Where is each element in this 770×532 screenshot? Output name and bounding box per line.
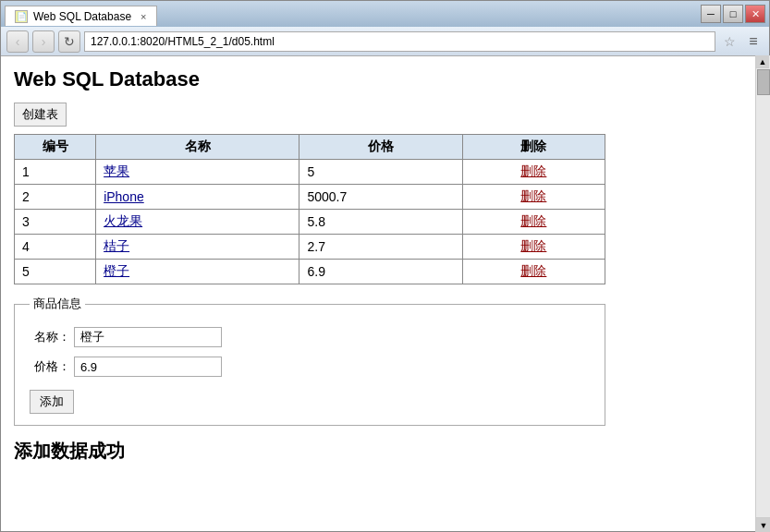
menu-icon[interactable]: ≡: [743, 31, 764, 52]
col-header-delete: 删除: [462, 135, 605, 160]
table-row: 1 苹果 5 删除: [15, 160, 605, 185]
price-input[interactable]: [74, 357, 222, 377]
form-legend: 商品信息: [30, 296, 85, 312]
name-row: 名称：: [30, 327, 590, 347]
address-bar[interactable]: [84, 31, 715, 52]
restore-button[interactable]: □: [723, 5, 743, 23]
name-label: 名称：: [30, 329, 70, 345]
forward-button[interactable]: ›: [32, 30, 55, 53]
cell-delete[interactable]: 删除: [462, 235, 605, 260]
goods-form: 商品信息 名称： 价格： 添加: [14, 296, 605, 426]
title-bar: 📄 Web SQL Database × ─ □ ✕: [1, 1, 769, 27]
cell-delete[interactable]: 删除: [462, 185, 605, 210]
browser-tab[interactable]: 📄 Web SQL Database ×: [5, 6, 157, 26]
minimize-button[interactable]: ─: [701, 5, 721, 23]
col-header-id: 编号: [15, 135, 96, 160]
name-input[interactable]: [74, 327, 222, 347]
back-button[interactable]: ‹: [6, 30, 29, 53]
data-table: 编号 名称 价格 删除 1 苹果 5 删除 2 iPhone 5000.7 删除…: [14, 134, 605, 284]
create-table-button[interactable]: 创建表: [14, 103, 67, 127]
cell-price: 5.8: [299, 210, 462, 235]
cell-price: 5: [299, 160, 462, 185]
cell-price: 2.7: [299, 235, 462, 260]
bookmark-icon[interactable]: ☆: [719, 31, 739, 52]
cell-name[interactable]: iPhone: [96, 185, 299, 210]
table-row: 3 火龙果 5.8 删除: [15, 210, 605, 235]
cell-id: 2: [15, 185, 96, 210]
close-button[interactable]: ✕: [745, 5, 765, 23]
cell-id: 1: [15, 160, 96, 185]
cell-id: 4: [15, 235, 96, 260]
cell-id: 3: [15, 210, 96, 235]
page-title: Web SQL Database: [14, 67, 743, 91]
window-controls: ─ □ ✕: [701, 5, 765, 23]
col-header-price: 价格: [299, 135, 462, 160]
table-row: 5 橙子 6.9 删除: [15, 260, 605, 284]
table-header-row: 编号 名称 价格 删除: [15, 135, 605, 160]
tab-icon: 📄: [15, 10, 28, 23]
price-label: 价格：: [30, 358, 70, 375]
tab-title: Web SQL Database: [33, 10, 131, 23]
cell-delete[interactable]: 删除: [462, 160, 605, 185]
cell-price: 5000.7: [299, 185, 462, 210]
tab-close-button[interactable]: ×: [141, 11, 146, 22]
table-row: 4 桔子 2.7 删除: [15, 235, 605, 260]
scroll-up-button[interactable]: ▲: [756, 56, 769, 68]
cell-delete[interactable]: 删除: [462, 210, 605, 235]
cell-name[interactable]: 桔子: [96, 235, 299, 260]
address-input[interactable]: [91, 35, 709, 48]
cell-id: 5: [15, 260, 96, 284]
success-message: 添加数据成功: [14, 439, 743, 464]
cell-delete[interactable]: 删除: [462, 260, 605, 284]
page-content: Web SQL Database 创建表 编号 名称 价格 删除 1 苹果 5 …: [1, 56, 769, 531]
price-row: 价格：: [30, 357, 590, 377]
navigation-bar: ‹ › ↻ ☆ ≡: [1, 27, 769, 56]
col-header-name: 名称: [96, 135, 299, 160]
scrollbar-track[interactable]: ▲ ▼: [755, 56, 769, 531]
cell-name[interactable]: 橙子: [96, 260, 299, 284]
cell-price: 6.9: [299, 260, 462, 284]
refresh-button[interactable]: ↻: [58, 30, 80, 53]
add-button[interactable]: 添加: [30, 390, 74, 414]
cell-name[interactable]: 火龙果: [96, 210, 299, 235]
cell-name[interactable]: 苹果: [96, 160, 299, 185]
scroll-thumb[interactable]: [757, 69, 769, 95]
scroll-down-button[interactable]: ▼: [756, 517, 769, 531]
table-row: 2 iPhone 5000.7 删除: [15, 185, 605, 210]
